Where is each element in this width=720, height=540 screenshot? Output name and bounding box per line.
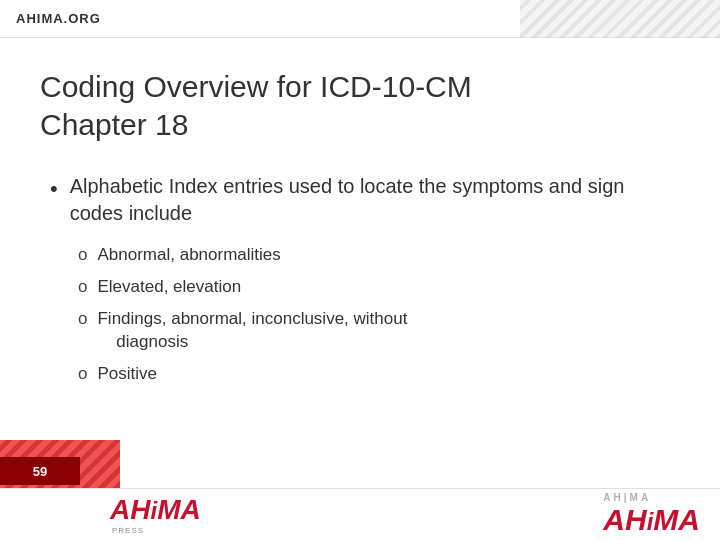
logo-top-text: AH|MA: [603, 492, 651, 503]
ahima-right-logo-main: AH|MA AHiMA: [603, 492, 700, 537]
sub-bullet-o-2: o: [78, 275, 87, 299]
sub-bullets-list: o Abnormal, abnormalities o Elevated, el…: [78, 243, 680, 386]
ahima-left-text: AH: [110, 494, 150, 526]
slide-title: Coding Overview for ICD-10-CM Chapter 18: [40, 68, 680, 143]
bullet-section: • Alphabetic Index entries used to locat…: [50, 173, 680, 386]
bottom-bar: AHiMA PRESS AH|MA AHiMA: [0, 488, 720, 540]
sub-bullet-text-4: Positive: [97, 362, 157, 386]
sub-bullet-item-3: o Findings, abnormal, inconclusive, with…: [78, 307, 680, 355]
sub-bullet-o-1: o: [78, 243, 87, 267]
sub-bullet-text-1: Abnormal, abnormalities: [97, 243, 280, 267]
sub-bullet-o-3: o: [78, 307, 87, 331]
ahima-press-logo: AHiMA PRESS: [20, 494, 201, 535]
page-number-badge: 59: [0, 457, 80, 485]
main-bullet-text: Alphabetic Index entries used to locate …: [70, 173, 680, 227]
logo-bottom-block: AHiMA: [603, 503, 700, 537]
sub-bullet-text-2: Elevated, elevation: [97, 275, 241, 299]
sub-bullet-item-4: o Positive: [78, 362, 680, 386]
slide-content: Coding Overview for ICD-10-CM Chapter 18…: [0, 38, 720, 414]
bullet-dot: •: [50, 175, 58, 204]
main-bullet-item: • Alphabetic Index entries used to locat…: [50, 173, 680, 227]
ahima-right-logo: AH|MA AHiMA: [603, 492, 700, 537]
ahima-org-logo: AHIMA.ORG: [16, 11, 101, 26]
sub-bullet-item-2: o Elevated, elevation: [78, 275, 680, 299]
press-label: PRESS: [112, 526, 144, 535]
sub-bullet-text-3: Findings, abnormal, inconclusive, withou…: [97, 307, 407, 355]
top-bar: AHIMA.ORG: [0, 0, 720, 38]
page-number-text: 59: [33, 464, 47, 479]
sub-bullet-o-4: o: [78, 362, 87, 386]
sub-bullet-item-1: o Abnormal, abnormalities: [78, 243, 680, 267]
top-stripe-decoration: [520, 0, 720, 38]
